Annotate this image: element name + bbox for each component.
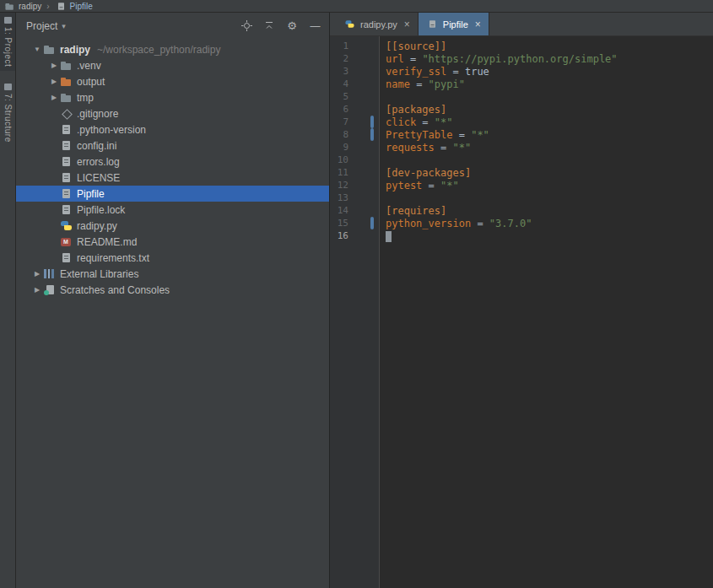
breadcrumb-project[interactable]: radipy <box>3 1 41 12</box>
expand-arrow-icon[interactable]: ▶ <box>31 286 43 294</box>
breadcrumb-file-label: Pipfile <box>70 2 93 11</box>
project-tool-icon <box>4 17 12 24</box>
close-tab-icon[interactable]: × <box>475 19 481 30</box>
code-line[interactable]: 2 url = "https://pypi.python.org/simple" <box>330 52 713 65</box>
gutter-marker-slot <box>348 141 379 154</box>
code-text[interactable]: verify_ssl = true <box>379 66 489 78</box>
code-token: python_version <box>386 218 471 229</box>
tree-item-label: requirements.txt <box>77 252 149 264</box>
code-token: true <box>465 66 489 78</box>
editor-area: radipy.py × Pipfile × 1 [[source]] 2 url… <box>330 13 713 588</box>
tree-item-readme[interactable]: README.md <box>16 234 329 250</box>
code-token: = <box>446 66 465 78</box>
markdown-file-icon <box>60 236 73 247</box>
code-line[interactable]: 8 PrettyTable = "*" <box>330 128 713 141</box>
gutter-marker-slot <box>348 179 379 192</box>
line-number: 5 <box>330 91 348 102</box>
file-icon <box>56 2 66 10</box>
code-editor[interactable]: 1 [[source]] 2 url = "https://pypi.pytho… <box>330 36 713 588</box>
tool-window-button-structure[interactable]: 7: Structure <box>0 79 15 147</box>
code-text[interactable]: requests = "*" <box>379 142 471 154</box>
code-line[interactable]: 7 click = "*" <box>330 116 713 128</box>
tree-item-radipy[interactable]: ▼ radipy ~/workspace_python/radipy <box>16 41 329 57</box>
line-number: 7 <box>330 116 348 127</box>
hide-panel-button[interactable]: — <box>309 20 321 32</box>
collapse-all-button[interactable] <box>263 20 275 32</box>
tool-window-button-project[interactable]: 1: Project <box>0 13 15 71</box>
code-line[interactable]: 5 <box>330 90 713 103</box>
tree-item-requirements[interactable]: requirements.txt <box>16 250 329 266</box>
tab-radipy-py[interactable]: radipy.py × <box>336 13 419 35</box>
code-text[interactable]: click = "*" <box>379 116 453 128</box>
tree-item-external-libraries[interactable]: ▶ External Libraries <box>16 266 329 282</box>
locate-file-button[interactable] <box>240 20 252 32</box>
code-token: "*" <box>471 129 489 141</box>
tab-label: radipy.py <box>360 19 397 30</box>
code-text[interactable]: pytest = "*" <box>379 180 459 192</box>
project-panel-toolbar: ⚙ — <box>240 20 321 32</box>
breadcrumb-file[interactable]: Pipfile <box>55 1 93 12</box>
tree-item-errors-log[interactable]: errors.log <box>16 154 329 170</box>
code-text[interactable]: [packages] <box>379 104 446 116</box>
code-token: = <box>416 116 435 128</box>
settings-gear-icon[interactable]: ⚙ <box>286 20 298 32</box>
tree-item-radipy-py[interactable]: radipy.py <box>16 218 329 234</box>
expand-arrow-icon[interactable]: ▼ <box>31 46 43 53</box>
project-view-dropdown[interactable]: Project ▾ <box>26 20 66 32</box>
tree-item-config-ini[interactable]: config.ini <box>16 138 329 154</box>
code-line[interactable]: 11 [dev-packages] <box>330 166 713 179</box>
expand-arrow-icon[interactable]: ▶ <box>48 94 60 101</box>
line-number: 2 <box>330 53 348 64</box>
folder-icon <box>60 92 73 103</box>
line-number: 4 <box>330 78 348 89</box>
tree-item-license[interactable]: LICENSE <box>16 170 329 186</box>
close-tab-icon[interactable]: × <box>404 19 410 30</box>
tree-item-output[interactable]: ▶ output <box>16 73 329 89</box>
code-token: click <box>386 116 416 128</box>
code-text[interactable]: python_version = "3.7.0" <box>379 218 532 229</box>
code-line[interactable]: 3 verify_ssl = true <box>330 65 713 78</box>
tree-item-pipfile-lock[interactable]: Pipfile.lock <box>16 202 329 218</box>
tree-item-tmp[interactable]: ▶ tmp <box>16 89 329 105</box>
line-number: 14 <box>330 205 348 216</box>
code-token: "pypi" <box>429 78 465 90</box>
tree-item-python-version[interactable]: .python-version <box>16 121 329 138</box>
gutter-marker-slot <box>348 229 379 242</box>
code-line[interactable]: 13 <box>330 192 713 204</box>
breadcrumb-separator: › <box>46 2 49 11</box>
code-text[interactable]: [requires] <box>379 205 446 217</box>
code-line[interactable]: 9 requests = "*" <box>330 141 713 154</box>
code-text[interactable]: PrettyTable = "*" <box>379 129 489 141</box>
code-line[interactable]: 14 [requires] <box>330 204 713 217</box>
code-text[interactable]: [dev-packages] <box>379 167 471 179</box>
expand-arrow-icon[interactable]: ▶ <box>48 62 60 69</box>
code-line[interactable]: 10 <box>330 154 713 166</box>
code-line[interactable]: 16 <box>330 229 713 242</box>
structure-tool-label: 7: Structure <box>3 94 13 143</box>
folder-icon <box>5 2 15 10</box>
file-icon <box>60 188 73 199</box>
expand-arrow-icon[interactable]: ▶ <box>31 270 43 278</box>
chevron-down-icon: ▾ <box>62 22 66 30</box>
code-text[interactable]: [[source]] <box>379 40 446 52</box>
tree-item-venv[interactable]: ▶ .venv <box>16 57 329 73</box>
code-line[interactable]: 6 [packages] <box>330 103 713 116</box>
gutter-marker-slot <box>348 40 379 52</box>
code-token: "*" <box>440 180 459 192</box>
gutter-marker-slot <box>348 166 379 179</box>
tree-item-gitignore[interactable]: .gitignore <box>16 105 329 121</box>
tree-item-pipfile[interactable]: Pipfile <box>16 186 329 202</box>
code-line[interactable]: 1 [[source]] <box>330 40 713 52</box>
code-text[interactable]: url = "https://pypi.python.org/simple" <box>379 53 618 65</box>
code-text[interactable]: name = "pypi" <box>379 78 465 90</box>
tab-pipfile[interactable]: Pipfile × <box>419 13 489 35</box>
tool-window-stripe: 1: Project 7: Structure <box>0 13 16 588</box>
code-line[interactable]: 4 name = "pypi" <box>330 78 713 90</box>
tree-item-scratches[interactable]: ▶ Scratches and Consoles <box>16 282 329 298</box>
code-text[interactable] <box>379 230 392 242</box>
code-line[interactable]: 12 pytest = "*" <box>330 179 713 192</box>
project-view-label: Project <box>26 20 57 32</box>
code-line[interactable]: 15 python_version = "3.7.0" <box>330 217 713 229</box>
expand-arrow-icon[interactable]: ▶ <box>48 78 60 85</box>
tree-item-label: .python-version <box>77 124 146 136</box>
